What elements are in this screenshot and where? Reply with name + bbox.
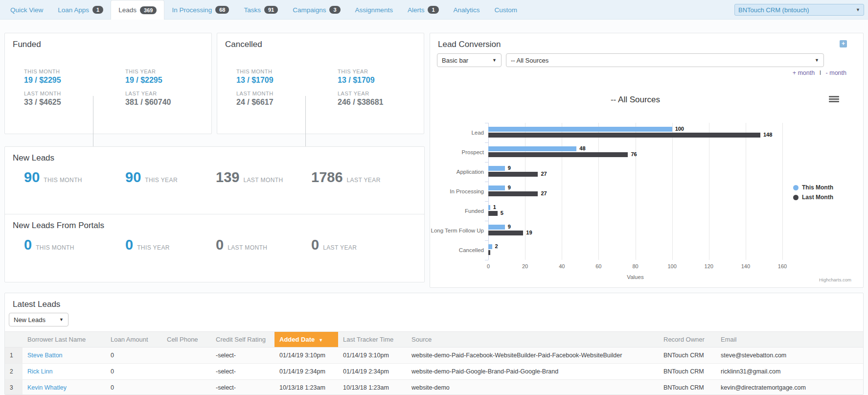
bar-this-month[interactable]	[488, 205, 490, 210]
nav-tab-analytics[interactable]: Analytics	[446, 0, 487, 20]
leads-view-select[interactable]: New Leads ▼	[9, 313, 69, 326]
chart-category-row: Long Term Follow Up919	[430, 221, 792, 240]
x-tick-label: 20	[522, 263, 528, 269]
table-cell: 01/14/19 2:34pm	[338, 364, 407, 380]
stats-divider	[93, 96, 93, 147]
table-cell: -select-	[211, 380, 274, 395]
add-month-link[interactable]: + month	[793, 70, 815, 76]
chart-legend: This MonthLast Month	[793, 184, 833, 204]
column-header-borrower-last-name[interactable]: Borrower Last Name	[23, 332, 106, 348]
nav-tab-campaigns[interactable]: Campaigns3	[285, 0, 347, 20]
bar-value-label: 9	[508, 224, 511, 230]
column-header-num[interactable]	[5, 332, 23, 348]
big-stat-value: 0	[311, 237, 319, 253]
bar-this-month[interactable]	[488, 225, 505, 230]
column-header-source[interactable]: Source	[407, 332, 659, 348]
big-stat-label: LAST YEAR	[323, 244, 357, 251]
source-select[interactable]: -- All Sources ▼	[506, 53, 824, 67]
big-stat-label: THIS MONTH	[44, 177, 82, 184]
add-widget-button[interactable]: +	[840, 40, 847, 47]
nav-tab-alerts[interactable]: Alerts1	[400, 0, 446, 20]
chart-category-row: Application927	[430, 162, 792, 182]
x-tick-label: 0	[487, 263, 490, 269]
nav-tab-loan-apps[interactable]: Loan Apps1	[50, 0, 111, 20]
column-header-loan-amount[interactable]: Loan Amount	[106, 332, 162, 348]
nav-tab-label: Analytics	[454, 6, 480, 14]
funded-stats: THIS MONTH19 / $2295LAST MONTH33 / $4625…	[5, 33, 211, 134]
legend-item-last-month[interactable]: Last Month	[793, 194, 833, 201]
table-cell: steve@stevebatton.com	[716, 348, 864, 364]
nav-tab-leads[interactable]: Leads369	[111, 0, 164, 20]
bar-this-month[interactable]	[488, 244, 492, 249]
column-header-credit-self-rating[interactable]: Credit Self Rating	[211, 332, 274, 348]
top-navbar: Quick ViewLoan Apps1Leads369In Processin…	[0, 0, 868, 20]
big-stat-value: 1786	[311, 169, 343, 186]
nav-tab-label: Tasks	[244, 6, 261, 14]
source-select-value: -- All Sources	[511, 57, 548, 64]
remove-month-link[interactable]: - month	[826, 70, 846, 76]
borrower-name-link[interactable]: Steve Batton	[23, 348, 106, 364]
nav-tab-in-processing[interactable]: In Processing68	[164, 0, 236, 20]
legend-item-this-month[interactable]: This Month	[793, 184, 833, 191]
nav-tab-label: Leads	[118, 6, 137, 14]
bar-last-month[interactable]	[488, 133, 760, 138]
nav-tab-tasks[interactable]: Tasks91	[236, 0, 285, 20]
table-cell: 3	[5, 380, 23, 395]
account-select-value: BNTouch CRM (bntouch)	[738, 6, 809, 14]
stat-column: THIS MONTH13 / $1709LAST MONTH24 / $6617	[236, 68, 274, 113]
stat-column: THIS YEAR19 / $2295LAST YEAR381 / $60740	[125, 68, 171, 113]
stat-label: THIS YEAR	[125, 69, 171, 74]
bar-this-month[interactable]	[488, 127, 672, 132]
column-header-last-tracker-time[interactable]: Last Tracker Time	[338, 332, 407, 348]
nav-tab-custom[interactable]: Custom	[487, 0, 525, 20]
account-select[interactable]: BNTouch CRM (bntouch) ▼	[734, 4, 864, 16]
chart-plot-area: Lead100148Prospect4876Application927In P…	[430, 123, 792, 260]
stats-divider	[305, 96, 306, 147]
chart-type-select[interactable]: Basic bar ▼	[437, 53, 502, 67]
bar-last-month[interactable]	[488, 152, 628, 157]
bar-this-month[interactable]	[488, 166, 505, 171]
bar-last-month[interactable]	[488, 231, 523, 235]
chart-x-axis-title: Values	[488, 274, 782, 280]
big-stat: 90THIS MONTH	[24, 169, 82, 186]
borrower-name-link[interactable]: Kevin Whatley	[23, 380, 106, 395]
nav-tab-label: Custom	[495, 6, 518, 14]
bar-last-month[interactable]	[488, 250, 490, 255]
bar-value-label: 9	[508, 185, 511, 190]
chart-type-select-value: Basic bar	[442, 57, 468, 64]
borrower-name-link[interactable]: Rick Linn	[23, 364, 106, 380]
highcharts-credit[interactable]: Highcharts.com	[819, 277, 851, 282]
table-cell: website-demo-Paid-Google-Brand-Paid-Goog…	[407, 364, 659, 380]
table-cell: 01/14/19 3:10pm	[274, 348, 338, 364]
bar-last-month[interactable]	[488, 211, 498, 216]
column-header-added-date[interactable]: Added Date▼	[274, 332, 338, 348]
bar-this-month[interactable]	[488, 146, 576, 151]
chart-category-row: Lead100148	[430, 123, 792, 142]
big-stat-label: LAST YEAR	[347, 177, 381, 184]
big-stat-label: LAST MONTH	[228, 244, 267, 251]
table-cell: 1	[5, 348, 23, 364]
column-header-email[interactable]: Email	[716, 332, 864, 348]
big-stat-value: 90	[125, 169, 141, 186]
column-header-record-owner[interactable]: Record Owner	[659, 332, 716, 348]
big-stat: 0THIS YEAR	[125, 237, 170, 253]
big-stat: 139LAST MONTH	[216, 169, 283, 186]
bar-last-month[interactable]	[488, 191, 538, 196]
table-cell: 0	[106, 348, 162, 364]
big-stat-label: THIS YEAR	[137, 244, 170, 251]
nav-tab-quick-view[interactable]: Quick View	[3, 0, 50, 20]
stat-label: LAST YEAR	[338, 91, 383, 96]
nav-tab-assignments[interactable]: Assignments	[348, 0, 400, 20]
x-tick-label: 60	[595, 263, 601, 269]
bar-value-label: 27	[541, 171, 547, 177]
table-cell: 0	[106, 380, 162, 395]
bar-this-month[interactable]	[488, 186, 505, 190]
big-stat-label: THIS YEAR	[145, 177, 178, 184]
bar-last-month[interactable]	[488, 172, 538, 177]
cancelled-panel: Cancelled THIS MONTH13 / $1709LAST MONTH…	[217, 33, 424, 134]
chevron-down-icon: ▼	[492, 58, 497, 63]
chart-menu-icon[interactable]	[829, 96, 839, 103]
category-label: Lead	[430, 123, 484, 142]
chevron-down-icon: ▼	[856, 7, 860, 12]
column-header-cell-phone[interactable]: Cell Phone	[162, 332, 211, 348]
